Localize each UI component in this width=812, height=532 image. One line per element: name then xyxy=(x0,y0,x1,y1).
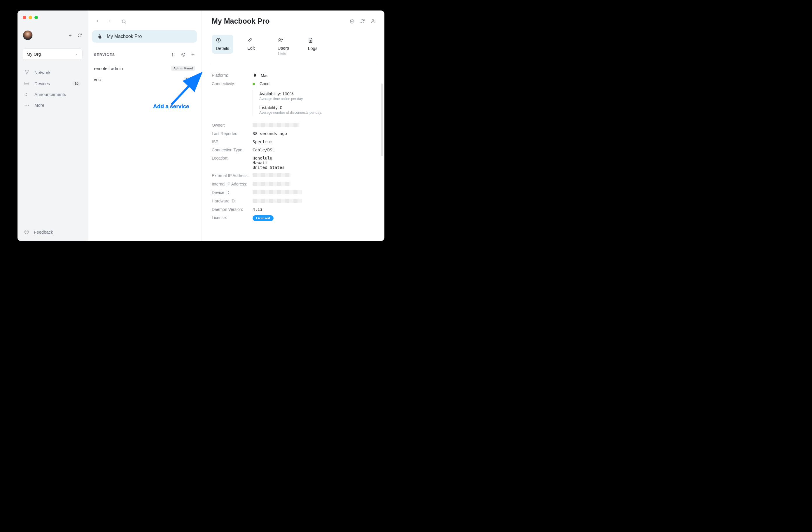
internal-ip-value xyxy=(252,182,290,187)
sort-icon[interactable]: AZ xyxy=(172,53,176,57)
info-icon xyxy=(216,38,221,43)
svg-point-13 xyxy=(27,232,28,232)
search-button[interactable] xyxy=(121,19,127,24)
forward-button[interactable] xyxy=(106,17,113,26)
service-row[interactable]: remoteit admin Admin Panel xyxy=(87,63,202,74)
svg-point-12 xyxy=(26,232,27,232)
connectivity-label: Connectivity: xyxy=(212,81,252,86)
svg-text:A: A xyxy=(174,53,175,55)
service-row[interactable]: vnc VNC xyxy=(87,74,202,85)
selected-device[interactable]: My Macbook Pro xyxy=(92,30,197,43)
tab-users[interactable]: Users 1 total xyxy=(274,35,294,58)
tab-label: Users xyxy=(278,45,289,51)
tab-logs[interactable]: Logs xyxy=(304,35,324,54)
svg-point-11 xyxy=(25,232,26,232)
service-tag: Admin Panel xyxy=(171,66,195,71)
tab-details[interactable]: Details xyxy=(212,35,233,54)
refresh-icon[interactable] xyxy=(360,19,365,24)
location-label: Location: xyxy=(212,156,252,170)
device-panel: My Macbook Pro SERVICES AZ remoteit admi… xyxy=(87,11,202,241)
availability-sub: Average time online per day. xyxy=(259,97,376,101)
avatar[interactable] xyxy=(23,30,33,40)
close-window-button[interactable] xyxy=(23,16,26,19)
connectivity-value: Good xyxy=(252,81,270,86)
connection-type-label: Connection Type: xyxy=(212,147,252,152)
app-window: My Org Network Devices 10 An xyxy=(17,11,385,241)
minimize-window-button[interactable] xyxy=(29,16,32,19)
owner-value xyxy=(252,123,299,128)
hardware-id-label: Hardware ID: xyxy=(212,199,252,204)
svg-point-8 xyxy=(27,105,27,105)
apple-icon xyxy=(252,73,256,78)
svg-point-31 xyxy=(281,39,282,40)
tabs: Details Edit Users 1 total Logs xyxy=(212,35,376,58)
tab-edit[interactable]: Edit xyxy=(243,35,264,53)
add-user-icon[interactable] xyxy=(371,19,376,24)
connection-type-value: Cable/DSL xyxy=(252,147,275,152)
org-selector[interactable]: My Org xyxy=(22,48,83,60)
org-name: My Org xyxy=(27,52,41,57)
devices-count-badge: 10 xyxy=(72,81,81,86)
sidebar-item-devices[interactable]: Devices 10 xyxy=(17,78,87,89)
svg-line-15 xyxy=(125,23,126,23)
megaphone-icon xyxy=(24,92,30,97)
feedback-button[interactable]: Feedback xyxy=(17,225,87,241)
platform-value: Mac xyxy=(252,73,268,78)
add-service-icon[interactable] xyxy=(191,53,195,57)
maximize-window-button[interactable] xyxy=(34,16,38,19)
status-dot-icon xyxy=(252,83,255,85)
tab-label: Edit xyxy=(247,45,255,51)
availability-metric: Availability: 100% xyxy=(259,91,376,96)
sidebar-item-more[interactable]: More xyxy=(17,100,87,111)
svg-point-7 xyxy=(25,105,26,105)
window-controls xyxy=(23,16,38,19)
svg-point-29 xyxy=(218,39,219,40)
device-panel-nav xyxy=(87,16,202,30)
back-button[interactable] xyxy=(94,17,101,26)
hardware-id-value xyxy=(252,199,302,204)
network-icon xyxy=(24,70,30,75)
license-label: License: xyxy=(212,215,252,221)
sidebar-item-label: Announcements xyxy=(34,92,66,97)
platform-label: Platform: xyxy=(212,73,252,78)
license-value: Licensed xyxy=(252,215,274,221)
svg-text:Z: Z xyxy=(174,55,175,57)
apple-icon xyxy=(97,34,102,39)
instability-sub: Average number of disconnects per day. xyxy=(259,111,376,115)
delete-icon[interactable] xyxy=(349,19,354,24)
device-id-value xyxy=(252,190,302,195)
services-heading: SERVICES xyxy=(94,53,115,57)
more-icon xyxy=(24,104,30,106)
page-title: My Macbook Pro xyxy=(212,17,270,25)
isp-label: ISP: xyxy=(212,140,252,144)
svg-point-9 xyxy=(28,105,29,105)
sidebar-item-announcements[interactable]: Announcements xyxy=(17,89,87,100)
chat-icon xyxy=(24,229,29,234)
location-value: Honolulu Hawaii United States xyxy=(252,156,285,170)
refresh-icon[interactable] xyxy=(77,33,82,38)
sidebar: My Org Network Devices 10 An xyxy=(17,11,87,241)
license-badge: Licensed xyxy=(252,215,274,221)
add-icon[interactable] xyxy=(68,33,72,38)
svg-point-30 xyxy=(278,39,280,40)
external-ip-label: External IP Address: xyxy=(212,173,252,178)
tab-label: Details xyxy=(216,46,229,51)
scrollbar[interactable] xyxy=(381,83,383,156)
service-tag: VNC xyxy=(184,77,195,82)
devices-icon xyxy=(24,81,30,85)
service-name: remoteit admin xyxy=(94,66,123,71)
sidebar-item-label: Network xyxy=(34,70,50,75)
daemon-version-label: Daemon Version: xyxy=(212,207,252,212)
target-icon[interactable] xyxy=(181,53,186,57)
chevron-down-icon xyxy=(75,53,78,56)
last-reported-value: 38 seconds ago xyxy=(252,131,287,136)
instability-metric: Instability: 0 xyxy=(259,105,376,110)
sidebar-item-network[interactable]: Network xyxy=(17,67,87,78)
svg-point-24 xyxy=(372,19,374,21)
details-panel: My Macbook Pro Details Edit xyxy=(202,11,385,241)
last-reported-label: Last Reported: xyxy=(212,131,252,136)
tab-sublabel: 1 total xyxy=(278,52,286,55)
daemon-version-value: 4.13 xyxy=(252,207,262,212)
service-name: vnc xyxy=(94,77,101,82)
feedback-label: Feedback xyxy=(34,230,53,234)
